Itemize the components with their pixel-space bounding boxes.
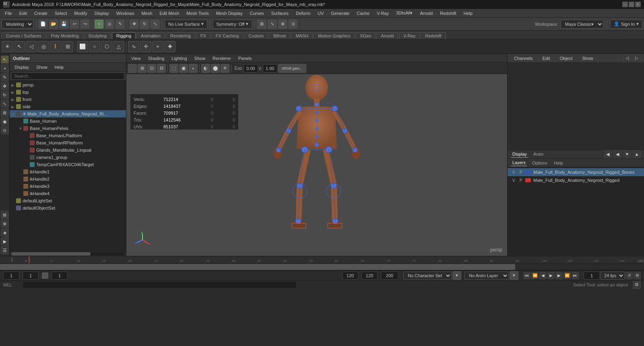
- snap-grid-button[interactable]: ⊞: [257, 20, 266, 29]
- menu-deform[interactable]: Deform: [293, 10, 314, 16]
- list-item[interactable]: ikHandle3: [10, 183, 126, 190]
- list-item[interactable]: defaultObjectSet: [10, 204, 126, 212]
- shelf-icon-box[interactable]: ⬜: [77, 41, 88, 52]
- list-item[interactable]: ▶ side: [10, 103, 126, 110]
- channels-edit-menu[interactable]: Edit: [539, 55, 553, 62]
- vp-lights-button[interactable]: ☀: [221, 64, 229, 73]
- shelf-tab-curves-surfaces[interactable]: Curves / Surfaces: [2, 32, 45, 39]
- menu-mesh-tools[interactable]: Mesh Tools: [183, 10, 212, 16]
- anim-tab[interactable]: Anim: [532, 151, 545, 157]
- shelf-tab-arnold[interactable]: Arnold: [376, 32, 398, 39]
- exposure-input[interactable]: [244, 64, 258, 72]
- layers-label[interactable]: Layers: [511, 159, 527, 166]
- shelf-icon-cone[interactable]: △: [113, 41, 124, 52]
- list-item[interactable]: ▶ persp: [10, 81, 126, 89]
- list-item[interactable]: ▶ front: [10, 96, 126, 103]
- menu-vray[interactable]: V-Ray: [374, 10, 392, 16]
- viewport-menu-view[interactable]: View: [128, 55, 144, 62]
- list-item[interactable]: Base_Human: [10, 117, 126, 125]
- channels-show-menu[interactable]: Show: [579, 55, 597, 62]
- menu-arnold[interactable]: Arnold: [417, 10, 436, 16]
- frame-start-input[interactable]: [52, 272, 68, 280]
- list-item[interactable]: Glands_Mandibular_Lingual: [10, 146, 126, 154]
- playback-settings-button[interactable]: ⚙: [634, 272, 641, 279]
- vp-texture-button[interactable]: ⬤: [211, 64, 220, 73]
- vp-frame-button[interactable]: ⊡: [147, 64, 156, 73]
- shelf-icon-plus[interactable]: +: [152, 41, 163, 52]
- list-item[interactable]: camera1_group: [10, 154, 126, 161]
- channel-collapse-left-button[interactable]: ◁: [623, 54, 631, 62]
- shelf-icon-grid[interactable]: ⊞: [62, 41, 73, 52]
- character-set-select[interactable]: No Character Set: [403, 272, 452, 280]
- list-item[interactable]: TempCamFBXASC046Target: [10, 161, 126, 168]
- list-item[interactable]: Base_HumanRPlatform: [10, 139, 126, 146]
- layers-scroll-next[interactable]: ◀: [613, 150, 621, 158]
- redo-button[interactable]: ↪: [80, 20, 89, 29]
- shelf-icon-asterisk[interactable]: ✳: [2, 41, 13, 52]
- layers-scroll-down[interactable]: ▼: [623, 150, 631, 158]
- menu-help[interactable]: Help: [460, 10, 476, 16]
- menu-uv[interactable]: UV: [314, 10, 327, 16]
- char-set-dropdown[interactable]: ▾: [452, 271, 461, 280]
- fps-select[interactable]: 24 fps: [601, 272, 625, 280]
- snap-point-button[interactable]: ⊕: [278, 20, 287, 29]
- maximize-button[interactable]: □: [629, 2, 634, 7]
- shelf-tab-bifrost[interactable]: Bifrost: [269, 32, 290, 39]
- loop-button[interactable]: ↺: [625, 272, 633, 279]
- range-start-input[interactable]: [23, 272, 39, 280]
- viewport-menu-panels[interactable]: Panels: [235, 55, 255, 62]
- layers-scroll-prev[interactable]: ◀: [604, 150, 612, 158]
- menu-redshift[interactable]: Redshift: [437, 10, 459, 16]
- list-item[interactable]: ▼ ✳ Male_Full_Body_Anatomy_Negroid_Ri...: [10, 110, 126, 117]
- workspace-select[interactable]: Maya Classic▾: [561, 20, 603, 29]
- shelf-icon-select[interactable]: ◁: [26, 41, 37, 52]
- menu-curves[interactable]: Curves: [247, 10, 267, 16]
- shelf-icon-figure[interactable]: 🚶: [50, 41, 61, 52]
- shelf-tab-animation[interactable]: Animation: [136, 32, 165, 39]
- move-mode-button[interactable]: ✥: [1, 82, 9, 90]
- menu-select[interactable]: Select: [52, 10, 70, 16]
- shelf-tab-mash[interactable]: MASH: [291, 32, 313, 39]
- channels-object-menu[interactable]: Object: [556, 55, 576, 62]
- menu-file[interactable]: File: [2, 10, 15, 16]
- snap-view-button[interactable]: ⊕: [1, 220, 9, 228]
- list-item[interactable]: ▶ top: [10, 89, 126, 96]
- menu-windows[interactable]: Windows: [113, 10, 138, 16]
- timeline-scrollbar-thumb[interactable]: [0, 264, 515, 270]
- vp-smooth-button[interactable]: ▣: [179, 64, 188, 73]
- show-manip-button[interactable]: ⊙: [1, 126, 9, 134]
- jump-to-end-button[interactable]: ⏭: [572, 272, 579, 279]
- jump-to-start-button[interactable]: ⏮: [523, 272, 530, 279]
- viewport-menu-shading[interactable]: Shading: [145, 55, 167, 62]
- outliner-display-menu[interactable]: Display: [11, 64, 32, 70]
- vp-camera-button[interactable]: 🎥: [128, 64, 137, 73]
- play-forward-button[interactable]: ▶: [547, 272, 555, 279]
- paint-select-button[interactable]: ✎: [116, 20, 124, 29]
- scale-mode-button[interactable]: ⤡: [1, 100, 9, 108]
- anim-layer-dropdown[interactable]: ▾: [510, 271, 518, 280]
- help-label[interactable]: Help: [552, 160, 565, 166]
- outliner-help-menu[interactable]: Help: [52, 64, 67, 70]
- list-item[interactable]: ▼ Base_HumanPelvis: [10, 125, 126, 132]
- shelf-tab-rigging[interactable]: Rigging: [112, 32, 136, 39]
- shelf-tab-redshift[interactable]: Redshift: [421, 32, 446, 39]
- menu-display[interactable]: Display: [91, 10, 112, 16]
- snap-curve-button[interactable]: ∿: [268, 20, 277, 29]
- viewport-menu-show[interactable]: Show: [191, 55, 209, 62]
- quick-sel-button[interactable]: ◈: [1, 229, 9, 237]
- soft-select-button[interactable]: ◉: [1, 117, 9, 126]
- menu-mesh-display[interactable]: Mesh Display: [213, 10, 246, 16]
- shelf-icon-lasso[interactable]: ◎: [38, 41, 49, 52]
- paint-mode-button[interactable]: ✎: [1, 73, 9, 81]
- shelf-tab-fx-caching[interactable]: FX Caching: [211, 32, 243, 39]
- shelf-icon-cylinder[interactable]: ⬡: [101, 41, 112, 52]
- layer-panel-button[interactable]: ☰: [1, 246, 9, 254]
- shelf-icon-locator[interactable]: ✛: [140, 41, 151, 52]
- no-live-surface-dropdown[interactable]: No Live Surface ▾: [165, 20, 207, 29]
- timeline-scroll[interactable]: [0, 264, 644, 271]
- list-item[interactable]: ikHandle2: [10, 175, 126, 183]
- list-item[interactable]: defaultLightSet: [10, 197, 126, 204]
- shelf-tab-xgen[interactable]: XGen: [355, 32, 376, 39]
- step-back-button[interactable]: ⏪: [531, 272, 539, 279]
- menu-mesh[interactable]: Mesh: [138, 10, 155, 16]
